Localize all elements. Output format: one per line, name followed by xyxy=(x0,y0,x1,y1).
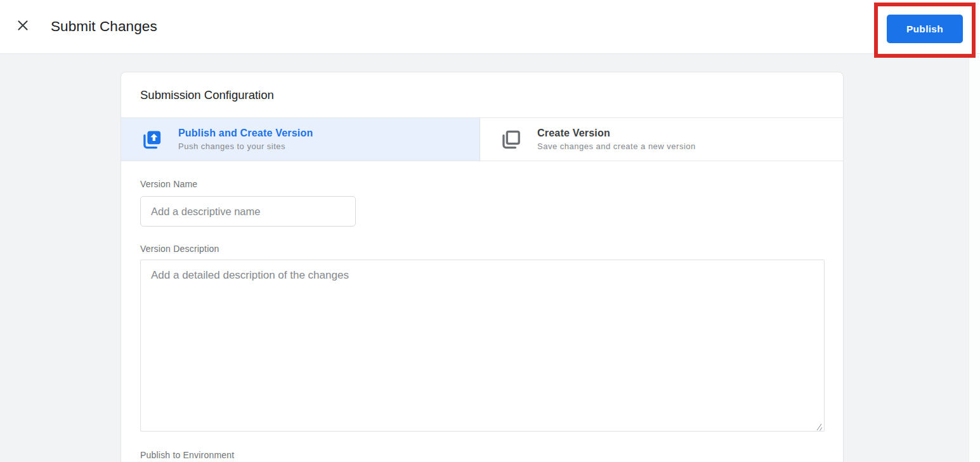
submission-type-tabs: Publish and Create Version Push changes … xyxy=(121,118,843,161)
tab-publish-and-create-version[interactable]: Publish and Create Version Push changes … xyxy=(121,118,480,161)
tab-subtitle: Save changes and create a new version xyxy=(537,142,696,151)
textarea-resize-handle-icon[interactable] xyxy=(815,422,823,430)
top-header-bar: Submit Changes xyxy=(0,0,980,54)
close-button[interactable] xyxy=(8,11,38,42)
create-version-icon xyxy=(499,128,522,151)
publish-and-create-version-icon xyxy=(140,128,163,151)
submission-configuration-card: Submission Configuration Publish and Cre… xyxy=(121,72,844,462)
version-description-label: Version Description xyxy=(140,244,824,254)
card-body: Version Name Version Description Publish… xyxy=(121,179,843,460)
publish-to-environment-label: Publish to Environment xyxy=(140,450,824,460)
tab-subtitle: Push changes to your sites xyxy=(178,142,313,151)
page-title: Submit Changes xyxy=(51,18,157,35)
tab-title: Publish and Create Version xyxy=(178,128,313,139)
publish-button[interactable]: Publish xyxy=(887,15,963,43)
version-name-input[interactable] xyxy=(140,196,356,227)
scrollbar-track[interactable] xyxy=(969,54,980,462)
version-description-wrapper xyxy=(140,260,825,432)
tab-text-group: Publish and Create Version Push changes … xyxy=(178,128,313,151)
tab-title: Create Version xyxy=(537,128,696,139)
card-header: Submission Configuration xyxy=(121,72,843,118)
version-name-label: Version Name xyxy=(140,179,824,189)
close-icon xyxy=(15,18,30,36)
version-description-textarea[interactable] xyxy=(140,260,825,432)
card-title: Submission Configuration xyxy=(140,88,274,102)
tab-text-group: Create Version Save changes and create a… xyxy=(537,128,696,151)
tab-create-version[interactable]: Create Version Save changes and create a… xyxy=(480,118,843,161)
